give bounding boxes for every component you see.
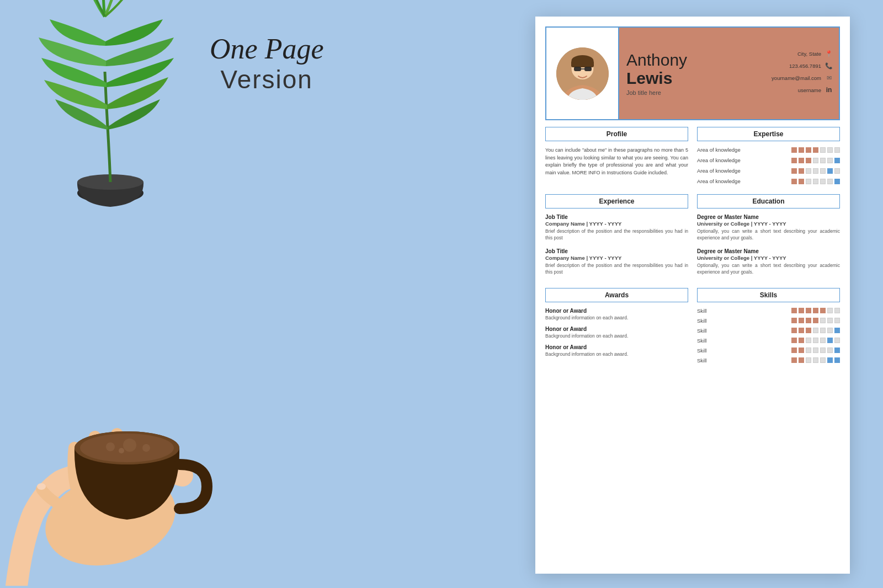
dot	[799, 168, 804, 174]
skill-label-5: Skill	[697, 348, 706, 354]
dot	[820, 328, 826, 333]
profile-header: Profile	[545, 127, 688, 141]
dot	[820, 179, 826, 184]
dot	[813, 318, 818, 323]
dot	[834, 158, 840, 163]
name-last: Lewis	[626, 69, 726, 87]
education-item-2: Degree or Master Name University or Coll…	[697, 248, 840, 276]
dot	[834, 357, 840, 363]
dot	[799, 348, 804, 353]
title-version: Version	[210, 65, 323, 94]
dot	[806, 168, 811, 174]
contact-email: yourname@mail.com ✉	[737, 73, 833, 82]
skills-header: Skills	[697, 288, 840, 302]
email-icon: ✉	[825, 73, 833, 82]
dot	[791, 158, 797, 163]
dot	[806, 179, 811, 184]
expertise-label-2: Area of knowledge	[697, 157, 741, 163]
profile-text: You can include "about me" in these para…	[545, 147, 688, 177]
resume-document: Anthony Lewis Job title here City, State…	[535, 17, 850, 574]
edu-school-2: University or College | YYYY - YYYY	[697, 255, 840, 261]
skill-dots-5	[791, 348, 840, 353]
dot	[820, 168, 826, 174]
resume-main-content: Profile You can include "about me" in th…	[535, 120, 850, 374]
education-section: Education Degree or Master Name Universi…	[697, 194, 840, 282]
dot	[799, 179, 804, 184]
plant-decoration	[11, 0, 221, 228]
dot	[827, 318, 833, 323]
title-cursive: One Page	[210, 33, 323, 65]
edu-degree-2: Degree or Master Name	[697, 248, 840, 254]
dot	[806, 318, 811, 323]
expertise-section: Expertise Area of knowledge Area of know…	[697, 127, 840, 189]
edu-desc-2: Optionally, you can write a short text d…	[697, 263, 840, 276]
dot	[834, 338, 840, 343]
phone-icon: 📞	[825, 61, 833, 70]
skill-dots-4	[791, 338, 840, 343]
contact-city: City, State 📍	[737, 49, 833, 58]
exp-company-2: Company Name | YYYY - YYYY	[545, 255, 688, 261]
dot	[834, 308, 840, 313]
expertise-dots-3	[791, 168, 840, 174]
dot	[834, 147, 840, 153]
dot	[820, 338, 826, 343]
svg-rect-16	[584, 67, 592, 71]
dot	[820, 348, 826, 353]
skill-item-5: Skill	[697, 348, 840, 354]
award-title-1: Honor or Award	[545, 308, 688, 314]
exp-job-title-1: Job Title	[545, 214, 688, 220]
dot	[791, 318, 797, 323]
dot	[813, 179, 818, 184]
skill-item-3: Skill	[697, 328, 840, 334]
dot	[827, 348, 833, 353]
contact-linkedin: username in	[737, 85, 833, 94]
award-item-2: Honor or Award Background information on…	[545, 326, 688, 339]
experience-item-1: Job Title Company Name | YYYY - YYYY Bri…	[545, 214, 688, 242]
dot	[813, 158, 818, 163]
dot	[799, 158, 804, 163]
coffee-decoration	[0, 277, 265, 588]
exp-company-1: Company Name | YYYY - YYYY	[545, 221, 688, 227]
awards-section: Awards Honor or Award Background informa…	[545, 288, 688, 367]
award-desc-1: Background information on each award.	[545, 315, 688, 320]
dot	[813, 338, 818, 343]
header-photo-area	[546, 28, 618, 119]
exp-desc-2: Brief description of the position and th…	[545, 263, 688, 276]
award-item-3: Honor or Award Background information on…	[545, 344, 688, 357]
dot	[799, 328, 804, 333]
dot	[813, 348, 818, 353]
edu-desc-1: Optionally, you can write a short text d…	[697, 228, 840, 242]
dot	[834, 318, 840, 323]
svg-point-9	[119, 448, 124, 453]
dot	[834, 328, 840, 333]
dot	[834, 168, 840, 174]
skill-dots-2	[791, 318, 840, 323]
dot	[827, 168, 833, 174]
dot	[791, 348, 797, 353]
page-title: One Page Version	[210, 33, 323, 94]
dot	[813, 147, 818, 153]
expertise-label-1: Area of knowledge	[697, 147, 741, 153]
award-title-3: Honor or Award	[545, 344, 688, 350]
skill-item-6: Skill	[697, 357, 840, 364]
dot	[834, 179, 840, 184]
dot	[806, 147, 811, 153]
dot	[791, 179, 797, 184]
dot	[813, 308, 818, 313]
skill-item-2: Skill	[697, 318, 840, 324]
dot	[820, 357, 826, 363]
dot	[791, 357, 797, 363]
award-title-2: Honor or Award	[545, 326, 688, 332]
skill-label-4: Skill	[697, 338, 706, 344]
expertise-item-4: Area of knowledge	[697, 178, 840, 184]
skill-dots-3	[791, 328, 840, 333]
dot	[813, 168, 818, 174]
dot	[791, 328, 797, 333]
svg-point-10	[37, 483, 46, 490]
dot	[791, 308, 797, 313]
dot	[806, 338, 811, 343]
skills-section: Skills Skill Skill	[697, 288, 840, 367]
svg-point-7	[123, 439, 136, 452]
dot	[791, 168, 797, 174]
exp-desc-1: Brief description of the position and th…	[545, 228, 688, 242]
